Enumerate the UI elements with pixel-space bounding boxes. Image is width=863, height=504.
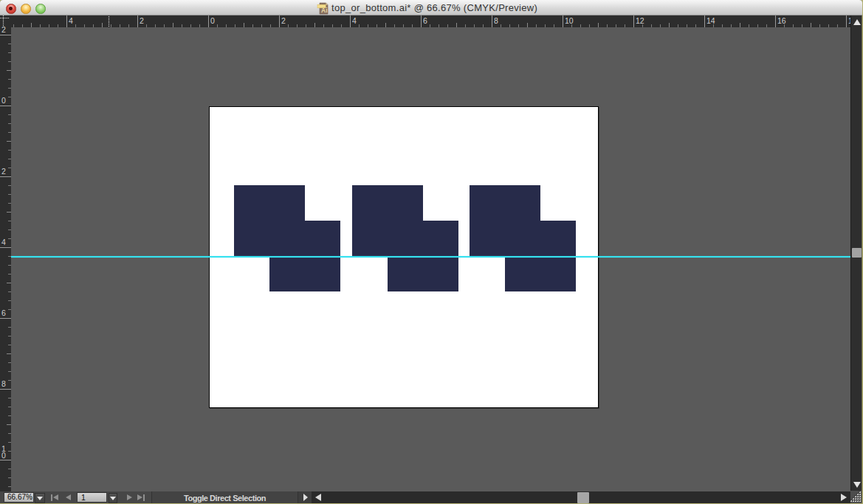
svg-text:0: 0 <box>210 16 215 25</box>
svg-text:16: 16 <box>777 16 786 25</box>
svg-text:4: 4 <box>69 16 73 25</box>
svg-text:8: 8 <box>494 16 498 25</box>
svg-text:6: 6 <box>1 308 6 317</box>
svg-text:14: 14 <box>706 16 715 25</box>
svg-text:4: 4 <box>1 238 6 246</box>
svg-text:8: 8 <box>1 379 6 388</box>
svg-text:2: 2 <box>1 25 6 34</box>
svg-text:12: 12 <box>636 16 644 25</box>
svg-text:6: 6 <box>423 16 427 25</box>
svg-text:0: 0 <box>1 96 6 105</box>
svg-text:2: 2 <box>281 16 286 25</box>
svg-text:10: 10 <box>565 16 574 25</box>
svg-text:2: 2 <box>140 16 144 25</box>
svg-text:Ai: Ai <box>321 7 328 14</box>
svg-text:0: 0 <box>1 451 6 460</box>
svg-text:2: 2 <box>1 167 6 176</box>
svg-text:4: 4 <box>352 16 357 25</box>
